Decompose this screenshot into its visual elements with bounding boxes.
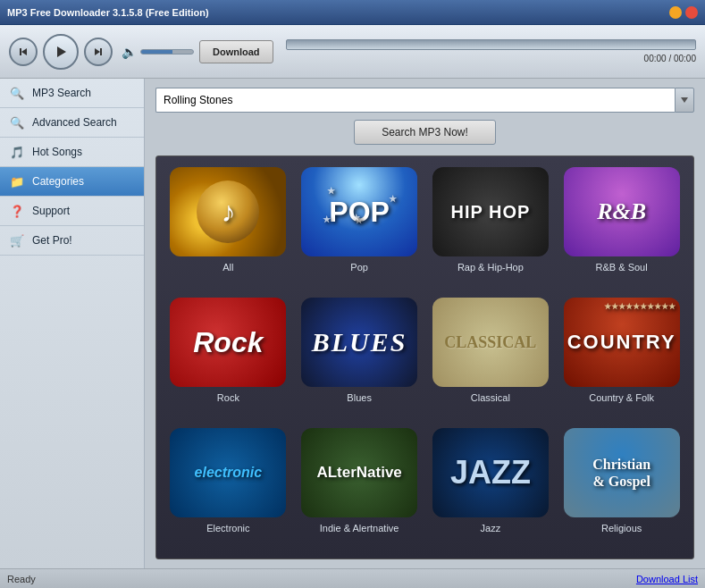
category-item-classical[interactable]: CLASSICALClassical [430, 298, 552, 417]
categories-grid: ♪AllPOP★★★★★PopHIP HOPRap & Hip-HopR&BR&… [155, 155, 694, 559]
svg-rect-4 [100, 48, 102, 55]
status-bar: Ready Download List [0, 568, 705, 588]
sidebar-icon-categories: 📁 [9, 173, 25, 189]
category-image-country: COUNTRY★★★★★★★★★★ [564, 298, 680, 387]
category-item-jazz[interactable]: JAZZJazz [430, 428, 552, 548]
volume-icon: 🔈 [122, 45, 137, 59]
toolbar: 🔈 Download 00:00 / 00:00 [0, 25, 705, 79]
category-label-jazz: Jazz [481, 523, 501, 533]
search-input[interactable] [155, 88, 675, 113]
category-label-pop: Pop [350, 262, 368, 273]
minimize-button[interactable] [669, 6, 682, 19]
category-image-classical: CLASSICAL [432, 298, 549, 387]
category-item-rnb[interactable]: R&BR&B & Soul [560, 167, 683, 287]
title-bar: MP3 Free Downloader 3.1.5.8 (Free Editio… [0, 0, 705, 25]
category-item-country[interactable]: COUNTRY★★★★★★★★★★Country & Folk [560, 298, 683, 417]
category-label-rnb: R&B & Soul [596, 262, 648, 273]
window-title: MP3 Free Downloader 3.1.5.8 (Free Editio… [7, 7, 209, 18]
sidebar-item-support[interactable]: ❓ Support [0, 197, 144, 226]
sidebar-label-support: Support [32, 205, 70, 217]
progress-bar [286, 39, 696, 50]
search-bar-row [155, 88, 694, 113]
volume-area: 🔈 [122, 45, 194, 59]
sidebar: 🔍 MP3 Search 🔍 Advanced Search 🎵 Hot Son… [0, 79, 145, 568]
sidebar-icon-support: ❓ [9, 203, 25, 219]
category-label-rock: Rock [217, 392, 239, 403]
category-image-all: ♪ [170, 167, 286, 256]
category-item-rap[interactable]: HIP HOPRap & Hip-Hop [430, 167, 552, 287]
sidebar-icon-hot-songs: 🎵 [9, 144, 25, 160]
category-image-rock: Rock [170, 298, 286, 387]
category-text-country: COUNTRY [567, 331, 676, 354]
category-label-rap: Rap & Hip-Hop [457, 262, 524, 273]
category-image-blues: BLUES [301, 298, 417, 387]
svg-marker-2 [57, 46, 66, 57]
category-label-religious: Religious [601, 523, 642, 533]
svg-marker-0 [21, 48, 27, 55]
window-controls [669, 6, 698, 19]
category-item-rock[interactable]: RockRock [167, 298, 290, 417]
category-text-indie: ALterNative [316, 464, 401, 482]
download-list-link[interactable]: Download List [636, 574, 698, 584]
category-item-indie[interactable]: ALterNativeIndie & Alertnative [298, 428, 421, 548]
sidebar-item-hot-songs[interactable]: 🎵 Hot Songs [0, 138, 144, 167]
svg-marker-3 [95, 48, 100, 55]
sidebar-item-categories[interactable]: 📁 Categories [0, 167, 144, 197]
category-image-pop: POP★★★★★ [301, 167, 417, 256]
sidebar-icon-get-pro: 🛒 [9, 232, 25, 248]
search-dropdown-button[interactable] [675, 88, 694, 113]
category-text-rap: HIP HOP [450, 202, 530, 223]
svg-rect-1 [20, 48, 21, 55]
category-item-pop[interactable]: POP★★★★★Pop [298, 167, 421, 287]
volume-slider[interactable] [140, 49, 194, 55]
category-text-religious: Christian & Gospel [592, 456, 650, 490]
svg-marker-5 [681, 97, 688, 103]
category-item-blues[interactable]: BLUESBlues [298, 298, 421, 417]
category-label-electronic: Electronic [206, 523, 249, 533]
content-area: 🔍 MP3 Search 🔍 Advanced Search 🎵 Hot Son… [0, 79, 705, 568]
next-button[interactable] [84, 38, 113, 66]
category-text-rock: Rock [193, 326, 263, 359]
category-item-religious[interactable]: Christian & GospelReligious [560, 428, 683, 548]
main-window: 🔈 Download 00:00 / 00:00 🔍 MP3 Search 🔍 … [0, 25, 705, 588]
progress-area: 00:00 / 00:00 [286, 39, 696, 63]
category-label-country: Country & Folk [589, 392, 654, 403]
category-image-rnb: R&B [564, 167, 680, 256]
category-image-jazz: JAZZ [432, 428, 549, 517]
category-label-indie: Indie & Alertnative [320, 523, 399, 533]
sidebar-icon-mp3-search: 🔍 [9, 85, 25, 101]
search-now-button[interactable]: Search MP3 Now! [354, 120, 496, 145]
sidebar-item-advanced-search[interactable]: 🔍 Advanced Search [0, 108, 144, 138]
prev-button[interactable] [9, 38, 38, 66]
category-image-rap: HIP HOP [432, 167, 549, 256]
sidebar-item-get-pro[interactable]: 🛒 Get Pro! [0, 226, 144, 256]
status-ready: Ready [7, 574, 36, 584]
category-text-rnb: R&B [597, 198, 646, 225]
category-item-all[interactable]: ♪All [167, 167, 290, 287]
category-image-religious: Christian & Gospel [564, 428, 680, 517]
category-label-all: All [222, 262, 233, 273]
sidebar-item-mp3-search[interactable]: 🔍 MP3 Search [0, 79, 144, 108]
category-label-blues: Blues [347, 392, 372, 403]
main-content: Search MP3 Now! ♪AllPOP★★★★★PopHIP HOPRa… [145, 79, 705, 568]
download-button[interactable]: Download [199, 40, 273, 63]
sidebar-label-mp3-search: MP3 Search [32, 87, 91, 99]
category-text-electronic: electronic [195, 465, 263, 481]
category-image-indie: ALterNative [301, 428, 417, 517]
time-display: 00:00 / 00:00 [286, 54, 696, 63]
sidebar-label-categories: Categories [32, 175, 84, 188]
category-text-classical: CLASSICAL [444, 333, 536, 352]
sidebar-label-get-pro: Get Pro! [32, 234, 72, 247]
sidebar-icon-advanced-search: 🔍 [9, 114, 25, 130]
sidebar-label-hot-songs: Hot Songs [32, 146, 82, 158]
play-button[interactable] [43, 34, 79, 70]
category-label-classical: Classical [471, 392, 510, 403]
category-image-electronic: electronic [170, 428, 286, 517]
close-button[interactable] [685, 6, 698, 19]
sidebar-label-advanced-search: Advanced Search [32, 116, 117, 129]
category-text-jazz: JAZZ [450, 454, 531, 491]
category-text-blues: BLUES [312, 327, 407, 357]
category-item-electronic[interactable]: electronicElectronic [167, 428, 290, 548]
